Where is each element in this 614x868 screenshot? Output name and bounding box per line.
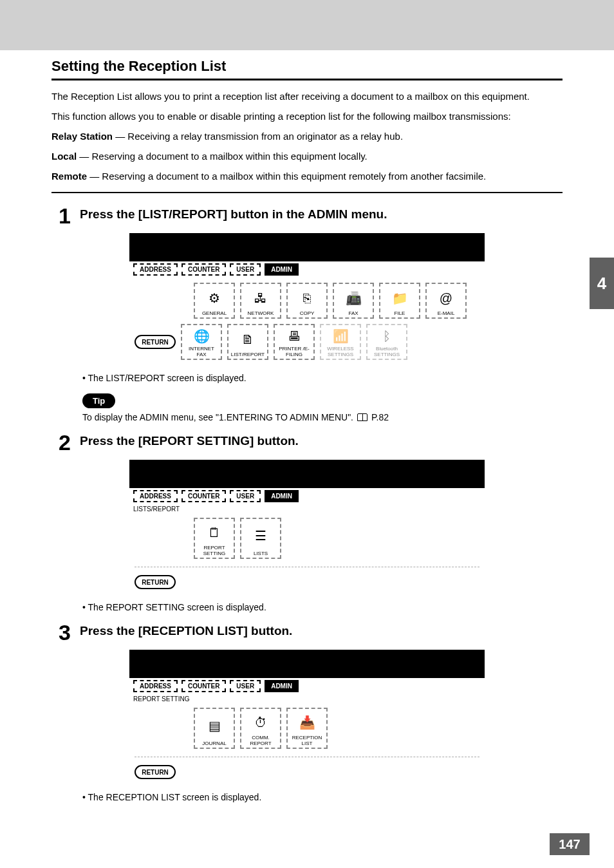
definition-term: Remote: [51, 171, 87, 182]
tab-admin[interactable]: ADMIN: [265, 263, 299, 276]
tab-address[interactable]: ADDRESS: [133, 680, 178, 692]
step-title: Press the [RECEPTION LIST] button.: [80, 621, 292, 643]
lists-icon: ☰: [255, 520, 266, 551]
definition-term: Relay Station: [51, 131, 113, 142]
email-icon: @: [440, 285, 452, 310]
wireless-icon: 📶: [333, 326, 349, 346]
list-report-icon: 🗎: [241, 326, 254, 352]
admin-email-button[interactable]: @E-MAIL: [425, 283, 467, 319]
step-number: 1: [51, 205, 71, 227]
definition-remote: Remote — Reserving a document to a mailb…: [51, 169, 563, 183]
network-icon: 🖧: [254, 285, 267, 310]
general-icon: ⚙: [209, 285, 220, 310]
heading-rule: [51, 79, 563, 80]
tab-bar: ADDRESS COUNTER USER ADMIN: [129, 488, 485, 504]
step-3-note: The RECEPTION LIST screen is displayed.: [82, 792, 563, 802]
admin-fax-button[interactable]: 📠FAX: [333, 283, 374, 319]
reception-list-button[interactable]: 📥RECEPTION LIST: [286, 708, 328, 749]
tab-user[interactable]: USER: [230, 680, 261, 692]
journal-button[interactable]: ▤JOURNAL: [194, 708, 235, 749]
chapter-tab: 4: [590, 258, 614, 309]
journal-icon: ▤: [209, 710, 221, 741]
admin-list-report-button[interactable]: 🗎LIST/REPORT: [227, 324, 268, 360]
ifax-icon: 🌐: [194, 326, 210, 346]
definition-text: — Reserving a document to a mailbox with…: [77, 151, 367, 162]
return-button[interactable]: RETURN: [135, 765, 176, 779]
tab-counter[interactable]: COUNTER: [181, 680, 226, 692]
report-setting-icon: 🗒: [208, 520, 221, 545]
tab-address[interactable]: ADDRESS: [133, 263, 178, 276]
admin-file-button[interactable]: 📁FILE: [379, 283, 420, 319]
step-number: 2: [51, 431, 71, 453]
step-title: Press the [LIST/REPORT] button in the AD…: [80, 205, 387, 227]
tab-counter[interactable]: COUNTER: [181, 490, 226, 502]
tab-admin[interactable]: ADMIN: [265, 490, 299, 502]
screenshot-report-setting: ADDRESS COUNTER USER ADMIN REPORT SETTIN…: [129, 650, 485, 786]
admin-printer-efiling-button[interactable]: 🖶PRINTER /E-FILING: [274, 324, 315, 360]
definition-text: — Receiving a relay transmission from an…: [113, 131, 403, 142]
admin-general-button[interactable]: ⚙GENERAL: [194, 283, 235, 319]
screenshot-lists-report: ADDRESS COUNTER USER ADMIN LISTS/REPORT …: [129, 460, 485, 596]
separator-rule: [51, 192, 563, 193]
report-setting-button[interactable]: 🗒REPORT SETTING: [194, 518, 235, 559]
comm-report-icon: ⏱: [254, 710, 267, 735]
tab-bar: ADDRESS COUNTER USER ADMIN: [129, 261, 485, 278]
step-3: 3 Press the [RECEPTION LIST] button.: [51, 621, 563, 643]
tab-bar: ADDRESS COUNTER USER ADMIN: [129, 678, 485, 694]
tab-address[interactable]: ADDRESS: [133, 490, 178, 502]
tip-text: To display the ADMIN menu, see "1.ENTERI…: [82, 412, 563, 422]
return-button[interactable]: RETURN: [135, 335, 176, 349]
book-icon: [357, 413, 367, 421]
comm-report-button[interactable]: ⏱COMM. REPORT: [240, 708, 281, 749]
tab-counter[interactable]: COUNTER: [181, 263, 226, 276]
admin-network-button[interactable]: 🖧NETWORK: [240, 283, 281, 319]
screen-label: LISTS/REPORT: [129, 504, 485, 513]
bluetooth-icon: ᛒ: [383, 326, 391, 346]
admin-wireless-button[interactable]: 📶WIRELESS SETTINGS: [320, 324, 361, 360]
step-title: Press the [REPORT SETTING] button.: [80, 431, 299, 453]
screenshot-admin-menu: ADDRESS COUNTER USER ADMIN ⚙GENERAL 🖧NET…: [129, 233, 485, 366]
definition-local: Local — Reserving a document to a mailbo…: [51, 149, 563, 163]
admin-copy-button[interactable]: ⎘COPY: [286, 283, 328, 319]
admin-bluetooth-button[interactable]: ᛒBluetooth SETTINGS: [366, 324, 407, 360]
tip-badge: Tip: [82, 393, 115, 408]
tab-user[interactable]: USER: [230, 263, 261, 276]
intro-paragraph-2: This function allows you to enable or di…: [51, 109, 563, 123]
section-heading: Setting the Reception List: [51, 58, 563, 75]
step-1-note: The LIST/REPORT screen is displayed.: [82, 373, 563, 383]
step-1: 1 Press the [LIST/REPORT] button in the …: [51, 205, 563, 227]
tip-body: To display the ADMIN menu, see "1.ENTERI…: [82, 412, 353, 422]
tab-admin[interactable]: ADMIN: [265, 680, 299, 692]
page-top-margin: [0, 0, 614, 50]
return-button[interactable]: RETURN: [135, 575, 176, 589]
step-2-note: The REPORT SETTING screen is displayed.: [82, 602, 563, 612]
tab-user[interactable]: USER: [230, 490, 261, 502]
fax-icon: 📠: [346, 285, 362, 310]
definition-text: — Reserving a document to a mailbox with…: [87, 171, 486, 182]
file-icon: 📁: [392, 285, 408, 310]
printer-icon: 🖶: [288, 326, 301, 346]
screen-label: REPORT SETTING: [129, 694, 485, 703]
page-number: 147: [550, 833, 590, 855]
definition-relay: Relay Station — Receiving a relay transm…: [51, 129, 563, 143]
tip-page-ref: P.82: [371, 412, 389, 422]
admin-internet-fax-button[interactable]: 🌐INTERNET FAX: [181, 324, 222, 360]
reception-list-icon: 📥: [299, 710, 315, 735]
step-2: 2 Press the [REPORT SETTING] button.: [51, 431, 563, 453]
intro-paragraph-1: The Reception List allows you to print a…: [51, 90, 563, 103]
copy-icon: ⎘: [303, 285, 311, 310]
step-number: 3: [51, 621, 71, 643]
definition-term: Local: [51, 151, 77, 162]
lists-button[interactable]: ☰LISTS: [240, 518, 281, 559]
